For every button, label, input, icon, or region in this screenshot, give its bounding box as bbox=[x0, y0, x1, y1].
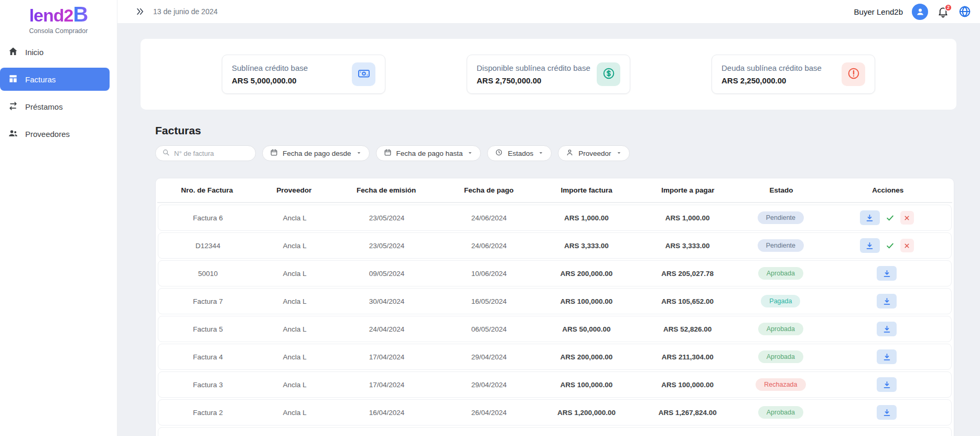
chevron-down-icon bbox=[616, 150, 622, 157]
table-row: Factura 7 Ancla L 30/04/2024 16/05/2024 … bbox=[158, 288, 952, 314]
row-actions bbox=[823, 210, 951, 225]
table-row: D12344 Ancla L 23/05/2024 24/06/2024 ARS… bbox=[158, 232, 952, 259]
issue-date: 17/04/2024 bbox=[332, 381, 441, 389]
search-input[interactable] bbox=[174, 150, 249, 157]
sidebar-item-proveedores[interactable]: Proveedores bbox=[0, 122, 110, 145]
invoice-amount: ARS 50,000.00 bbox=[536, 325, 637, 333]
brand: lend2B Consola Comprador bbox=[0, 0, 117, 35]
banknote-icon bbox=[357, 67, 371, 82]
dollar-coin-icon bbox=[602, 67, 616, 82]
status-badge: Pendiente bbox=[758, 211, 804, 224]
stat-card-credit-available: Disponible sublínea crédito base ARS 2,7… bbox=[467, 55, 630, 94]
sidebar-item-label: Proveedores bbox=[25, 130, 70, 139]
download-button[interactable] bbox=[860, 238, 880, 253]
amount-to-pay: ARS 211,304.00 bbox=[637, 353, 739, 361]
download-button[interactable] bbox=[877, 266, 897, 281]
amount-to-pay: ARS 205,027.78 bbox=[637, 270, 739, 278]
filter-provider[interactable]: Proveedor bbox=[558, 145, 629, 161]
credit-summary-panel: Sublínea crédito base ARS 5,000,000.00 D… bbox=[141, 39, 956, 110]
status-badge: Aprobada bbox=[758, 267, 803, 280]
language-globe-icon[interactable] bbox=[958, 5, 972, 18]
page-title: Facturas bbox=[155, 124, 954, 137]
status-badge: Rechazada bbox=[756, 378, 805, 391]
row-actions bbox=[823, 349, 951, 364]
issue-date: 23/05/2024 bbox=[332, 242, 441, 250]
download-button[interactable] bbox=[877, 405, 897, 420]
brand-subtitle: Consola Comprador bbox=[0, 27, 117, 35]
reject-button[interactable] bbox=[900, 239, 914, 252]
sidebar-menu: Inicio Facturas Préstamos Proveedores bbox=[0, 40, 117, 145]
sidebar-item-facturas[interactable]: Facturas bbox=[0, 68, 110, 91]
chevron-down-icon bbox=[356, 150, 362, 157]
status-badge: Pagada bbox=[761, 295, 800, 307]
table-header-row: Nro. de Factura Proveedor Fecha de emisi… bbox=[157, 178, 952, 203]
sidebar-item-inicio[interactable]: Inicio bbox=[0, 40, 110, 63]
filter-label: Proveedor bbox=[578, 150, 611, 157]
download-button[interactable] bbox=[877, 349, 897, 364]
amount-to-pay: ARS 100,000.00 bbox=[637, 381, 739, 389]
topbar-left: 13 de junio de 2024 bbox=[135, 7, 218, 16]
amount-to-pay: ARS 52,826.00 bbox=[637, 325, 739, 333]
stat-title: Sublínea crédito base bbox=[232, 63, 308, 72]
pay-date: 24/06/2024 bbox=[441, 214, 536, 222]
provider-name: Ancla L bbox=[257, 409, 332, 417]
pay-date: 24/06/2024 bbox=[441, 242, 536, 250]
brand-logo-accent: B bbox=[73, 3, 88, 26]
reject-button[interactable] bbox=[900, 211, 914, 225]
approve-button[interactable] bbox=[886, 241, 895, 250]
invoice-number: Factura 6 bbox=[158, 214, 257, 222]
stat-value: ARS 2,750,000.00 bbox=[477, 76, 590, 85]
pay-date: 10/06/2024 bbox=[441, 270, 536, 278]
sidebar-item-prestamos[interactable]: Préstamos bbox=[0, 95, 110, 118]
invoice-amount: ARS 1,200,000.00 bbox=[536, 409, 637, 417]
invoice-number: Factura 3 bbox=[158, 381, 257, 389]
invoices-section: Facturas Fecha de pago desde Fecha de pa… bbox=[155, 124, 954, 436]
sidebar-collapse-icon[interactable] bbox=[135, 7, 145, 16]
issue-date: 16/04/2024 bbox=[332, 409, 441, 417]
filter-states[interactable]: Estados bbox=[487, 145, 552, 161]
invoice-number: Factura 7 bbox=[158, 297, 257, 305]
download-button[interactable] bbox=[877, 377, 897, 392]
pay-date: 16/05/2024 bbox=[441, 297, 536, 305]
calendar-icon bbox=[384, 148, 392, 158]
pay-date: 06/05/2024 bbox=[441, 325, 536, 333]
stat-icon-box bbox=[352, 62, 375, 86]
filter-date-from[interactable]: Fecha de pago desde bbox=[262, 145, 370, 161]
download-button[interactable] bbox=[860, 210, 880, 225]
download-button[interactable] bbox=[877, 294, 897, 309]
chevron-down-icon bbox=[467, 150, 473, 157]
alert-circle-icon bbox=[847, 67, 860, 82]
stat-title: Deuda sublínea crédito base bbox=[721, 63, 822, 72]
row-actions bbox=[823, 294, 951, 309]
row-actions bbox=[823, 405, 951, 420]
pay-date: 26/04/2024 bbox=[441, 409, 536, 417]
approve-button[interactable] bbox=[886, 214, 895, 222]
table-row-partial bbox=[158, 427, 952, 436]
invoice-amount: ARS 200,000.00 bbox=[536, 270, 637, 278]
amount-to-pay: ARS 1,000.00 bbox=[637, 214, 739, 222]
pay-date: 29/04/2024 bbox=[441, 381, 536, 389]
provider-name: Ancla L bbox=[257, 353, 332, 361]
issue-date: 23/05/2024 bbox=[332, 214, 441, 222]
notifications-bell-icon[interactable]: 2 bbox=[937, 6, 949, 18]
invoice-number: Factura 2 bbox=[158, 409, 257, 417]
transfer-arrows-icon bbox=[8, 101, 18, 113]
invoices-grid-icon bbox=[8, 73, 18, 86]
invoice-number: Factura 4 bbox=[158, 353, 257, 361]
main: 13 de junio de 2024 Buyer Lend2b 2 Sublí… bbox=[117, 0, 980, 436]
download-button[interactable] bbox=[877, 322, 897, 336]
filter-date-to[interactable]: Fecha de pago hasta bbox=[376, 145, 481, 161]
invoice-amount: ARS 100,000.00 bbox=[536, 381, 637, 389]
stat-card-credit-base: Sublínea crédito base ARS 5,000,000.00 bbox=[222, 55, 385, 94]
status-badge: Aprobada bbox=[758, 406, 803, 419]
provider-name: Ancla L bbox=[257, 381, 332, 389]
table-row: Factura 6 Ancla L 23/05/2024 24/06/2024 … bbox=[158, 205, 952, 231]
row-actions bbox=[823, 377, 951, 392]
calendar-icon bbox=[270, 148, 278, 158]
invoice-number: Factura 5 bbox=[158, 325, 257, 333]
filter-label: Fecha de pago desde bbox=[283, 150, 351, 157]
user-avatar[interactable] bbox=[912, 4, 928, 20]
amount-to-pay: ARS 105,652.00 bbox=[637, 297, 739, 305]
notification-count-badge: 2 bbox=[944, 4, 952, 12]
provider-name: Ancla L bbox=[257, 325, 332, 333]
